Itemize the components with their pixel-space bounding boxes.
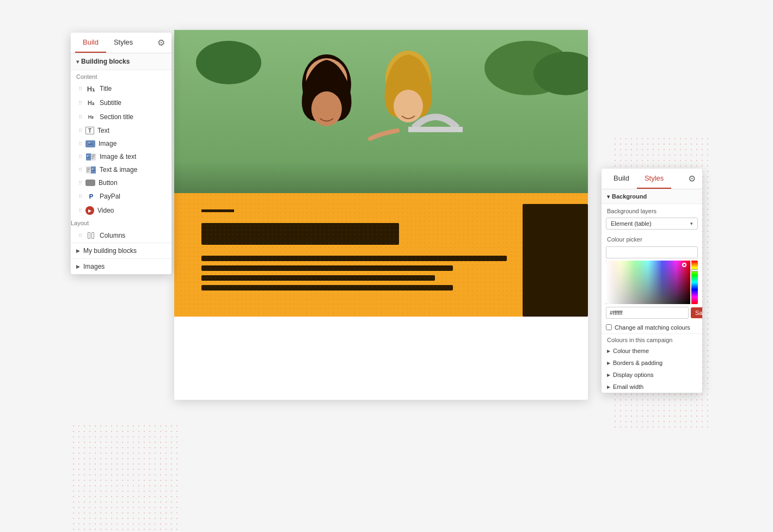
item-paypal-label: PayPal xyxy=(100,193,120,200)
drag-handle-video: ⠿ xyxy=(78,208,82,214)
display-options-section[interactable]: ▶ Display options xyxy=(602,369,702,381)
email-orange-section xyxy=(174,193,588,317)
item-columns-label: Columns xyxy=(100,232,125,239)
my-building-blocks-section[interactable]: ▶ My building blocks xyxy=(71,243,171,258)
drag-handle-button: ⠿ xyxy=(78,180,82,186)
borders-padding-section[interactable]: ▶ Borders & padding xyxy=(602,357,702,369)
item-subtitle-label: Subtitle xyxy=(100,99,121,107)
colours-in-campaign-label: Colours in this campaign xyxy=(602,333,702,345)
item-text[interactable]: ⠿ T Text xyxy=(73,124,169,137)
right-panel: Build Styles ⚙ ▾ Background Background l… xyxy=(602,169,702,393)
tab-build[interactable]: Build xyxy=(75,33,106,53)
email-title-bar xyxy=(201,223,399,245)
building-blocks-label: Building blocks xyxy=(81,58,130,65)
email-preview xyxy=(174,30,588,400)
display-options-label: Display options xyxy=(613,372,654,378)
colour-hue-slider xyxy=(691,269,698,271)
item-image[interactable]: ⠿ Image xyxy=(73,137,169,150)
drag-handle-text-image: ⠿ xyxy=(78,167,82,173)
paypal-icon: P xyxy=(85,192,96,201)
title-icon: H₁ xyxy=(85,84,96,93)
video-icon: ▶ xyxy=(85,206,94,215)
text-image-icon xyxy=(85,166,96,174)
layout-label: Layout xyxy=(71,218,171,228)
colour-gradient-main xyxy=(606,261,690,304)
colour-picker-preview[interactable] xyxy=(606,246,698,258)
right-tab-build[interactable]: Build xyxy=(606,169,637,189)
dropdown-value: Element (table) xyxy=(611,220,652,227)
columns-icon xyxy=(85,231,96,240)
gear-icon[interactable]: ⚙ xyxy=(155,33,167,52)
building-blocks-arrow: ▾ xyxy=(76,59,79,65)
svg-rect-4 xyxy=(408,127,463,132)
email-hero-image xyxy=(174,30,588,193)
change-all-matching-label: Change all matching colours xyxy=(615,324,690,331)
colour-picker-label: Colour picker xyxy=(602,234,702,244)
item-subtitle[interactable]: ⠿ H₂ Subtitle xyxy=(73,96,169,110)
drag-handle-subtitle: ⠿ xyxy=(78,100,82,106)
colour-picker-wrapper xyxy=(606,246,698,304)
item-video[interactable]: ⠿ ▶ Video xyxy=(73,203,169,218)
item-button-label: Button xyxy=(99,179,118,187)
drag-handle-image: ⠿ xyxy=(78,141,82,147)
email-width-label: Email width xyxy=(613,383,643,390)
item-button[interactable]: ⠿ Button xyxy=(73,176,169,189)
images-label: Images xyxy=(83,263,105,270)
email-width-arrow: ▶ xyxy=(607,385,610,389)
subtitle-icon: H₂ xyxy=(85,98,96,107)
email-short-line xyxy=(201,209,234,212)
item-columns[interactable]: ⠿ Columns xyxy=(73,228,169,243)
svg-point-14 xyxy=(92,169,93,170)
images-section[interactable]: ▶ Images xyxy=(71,258,171,274)
item-paypal[interactable]: ⠿ P PayPal xyxy=(73,189,169,203)
change-all-matching-row: Change all matching colours xyxy=(602,321,702,333)
item-section-title[interactable]: ⠿ H₃ Section title xyxy=(73,110,169,124)
colour-theme-arrow: ▶ xyxy=(607,349,610,354)
colour-gradient-area[interactable] xyxy=(606,261,698,304)
email-right-block-bottom xyxy=(523,273,588,317)
item-image-text-label: Image & text xyxy=(100,153,136,160)
item-image-text[interactable]: ⠿ Image & text xyxy=(73,150,169,163)
item-text-image-label: Text & image xyxy=(100,166,137,174)
svg-point-13 xyxy=(87,156,88,157)
change-all-matching-checkbox[interactable] xyxy=(606,324,612,330)
my-building-blocks-arrow: ▶ xyxy=(76,248,80,253)
drag-handle-title: ⠿ xyxy=(78,86,82,92)
colour-input-row: Save colour xyxy=(606,307,698,319)
button-icon xyxy=(85,180,95,186)
svg-point-10 xyxy=(394,90,423,122)
email-text-line-1 xyxy=(201,256,507,261)
item-text-label: Text xyxy=(97,127,109,134)
left-panel: Build Styles ⚙ ▾ Building blocks Content… xyxy=(71,33,171,274)
drag-handle-image-text: ⠿ xyxy=(78,154,82,160)
drag-handle-columns: ⠿ xyxy=(78,233,82,239)
colour-theme-label: Colour theme xyxy=(613,348,649,354)
item-text-image[interactable]: ⠿ Text & image xyxy=(73,163,169,176)
save-colour-button[interactable]: Save colour xyxy=(691,307,702,318)
email-width-section[interactable]: ▶ Email width xyxy=(602,381,702,393)
colour-theme-section[interactable]: ▶ Colour theme xyxy=(602,345,702,357)
item-title[interactable]: ⠿ H₁ Title xyxy=(73,82,169,96)
tab-styles[interactable]: Styles xyxy=(106,33,140,53)
right-gear-icon[interactable]: ⚙ xyxy=(686,169,698,188)
background-section-header[interactable]: ▾ Background xyxy=(602,189,702,204)
text-icon: T xyxy=(85,127,94,134)
colour-hex-input[interactable] xyxy=(606,307,689,319)
dropdown-chevron: ▾ xyxy=(690,221,693,226)
email-text-line-2 xyxy=(201,265,453,271)
background-layers-dropdown[interactable]: Element (table) ▾ xyxy=(606,218,698,230)
colour-gradient-hue xyxy=(691,261,698,304)
background-layers-label: Background layers xyxy=(602,204,702,216)
svg-point-1 xyxy=(196,41,261,84)
image-icon xyxy=(85,140,95,147)
my-building-blocks-label: My building blocks xyxy=(83,247,137,255)
item-section-title-label: Section title xyxy=(100,113,133,121)
building-blocks-header[interactable]: ▾ Building blocks xyxy=(71,53,171,70)
right-tab-styles[interactable]: Styles xyxy=(637,169,671,189)
drag-handle-paypal: ⠿ xyxy=(78,194,82,200)
image-text-icon xyxy=(85,153,96,160)
drag-handle-section-title: ⠿ xyxy=(78,114,82,120)
borders-padding-arrow: ▶ xyxy=(607,361,610,366)
item-video-label: Video xyxy=(97,207,114,214)
background-label: Background xyxy=(612,193,647,200)
